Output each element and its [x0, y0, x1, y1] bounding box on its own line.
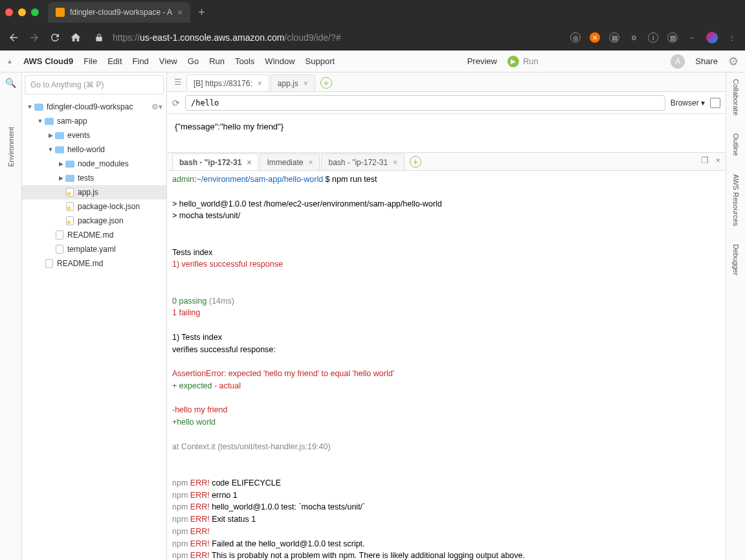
- folder-icon: [65, 175, 74, 182]
- aws-resources-panel[interactable]: AWS Resources: [732, 174, 740, 226]
- brand-menu[interactable]: AWS Cloud9: [23, 56, 73, 66]
- tree-row[interactable]: template.yaml: [22, 242, 166, 256]
- terminal-tab[interactable]: Immediate ×: [260, 153, 320, 170]
- folder-icon: [55, 132, 64, 139]
- tree-row[interactable]: package.json: [22, 214, 166, 228]
- file-icon: [66, 188, 74, 197]
- environment-panel-label[interactable]: Environment: [7, 127, 15, 167]
- folder-icon: [65, 161, 74, 168]
- tree-row[interactable]: package-lock.json: [22, 199, 166, 214]
- terminal-output[interactable]: admin:~/environment/sam-app/hello-world …: [167, 171, 726, 560]
- address-bar[interactable]: https://us-east-1.console.aws.amazon.com…: [113, 32, 561, 43]
- preview-button[interactable]: Preview: [467, 56, 497, 66]
- home-icon[interactable]: [70, 32, 82, 43]
- tab-list-icon[interactable]: ☰: [172, 73, 184, 90]
- tree-row[interactable]: README.md: [22, 256, 166, 271]
- goto-anything-input[interactable]: Go to Anything (⌘ P): [25, 75, 164, 95]
- tree-item-label: sam-app: [57, 117, 87, 126]
- outline-panel[interactable]: Outline: [732, 133, 740, 156]
- tree-item-label: package.json: [78, 216, 124, 225]
- right-rail: Collaborate Outline AWS Resources Debugg…: [726, 73, 745, 560]
- restore-panel-icon[interactable]: ❐: [701, 155, 709, 165]
- new-tab-button[interactable]: +: [198, 6, 205, 19]
- tree-item-label: tests: [78, 174, 94, 183]
- menu-toggle-icon[interactable]: ▲: [6, 58, 13, 65]
- reload-icon[interactable]: [49, 32, 61, 43]
- search-icon[interactable]: 🔍: [5, 78, 16, 88]
- tree-root-row[interactable]: ▼ fdingler-cloud9-workspac ⚙▾: [22, 100, 166, 114]
- terminal-tab-bar: bash - "ip-172-31 × Immediate × bash - "…: [167, 153, 726, 171]
- menu-find[interactable]: Find: [133, 56, 149, 66]
- user-avatar[interactable]: A: [671, 54, 685, 69]
- preview-url-input[interactable]: [185, 95, 665, 111]
- extension-icons: ◎ ✕ ▤ ⚙ i ▧ ⌣ ⋮: [570, 32, 737, 43]
- editor-tab[interactable]: [B] https://83176: ×: [186, 74, 269, 91]
- menu-icon[interactable]: ⋮: [727, 32, 737, 43]
- close-tab-icon[interactable]: ×: [258, 79, 262, 88]
- twisty-icon[interactable]: ▶: [57, 175, 65, 181]
- close-tab-icon[interactable]: ×: [177, 7, 183, 17]
- browser-tab[interactable]: fdingler-cloud9-workspace - A ×: [48, 2, 190, 23]
- new-tab-icon[interactable]: +: [320, 77, 332, 89]
- editor-tab-bar: ☰ [B] https://83176: × app.js × +: [167, 73, 726, 92]
- minimize-window-icon[interactable]: [18, 8, 26, 16]
- tree-row[interactable]: ▼sam-app: [22, 114, 166, 128]
- ext-icon[interactable]: ⚙: [628, 32, 639, 43]
- twisty-icon[interactable]: ▼: [36, 118, 44, 124]
- close-tab-icon[interactable]: ×: [393, 158, 397, 167]
- tree-row[interactable]: ▶tests: [22, 171, 166, 185]
- terminal-tab[interactable]: bash - "ip-172-31 ×: [321, 153, 405, 170]
- settings-gear-icon[interactable]: ⚙: [728, 54, 739, 69]
- tree-item-label: events: [67, 131, 90, 140]
- twisty-icon[interactable]: ▶: [47, 132, 54, 139]
- twisty-icon[interactable]: ▶: [57, 161, 65, 167]
- collaborate-panel[interactable]: Collaborate: [732, 79, 740, 115]
- maximize-window-icon[interactable]: [31, 8, 39, 16]
- lock-icon: [95, 33, 104, 42]
- menu-go[interactable]: Go: [188, 56, 199, 66]
- terminal-tab[interactable]: bash - "ip-172-31 ×: [172, 153, 258, 170]
- forward-icon[interactable]: [28, 32, 40, 43]
- tree-row[interactable]: README.md: [22, 228, 166, 242]
- browser-select[interactable]: Browser ▾: [671, 98, 705, 107]
- close-tab-icon[interactable]: ×: [247, 158, 251, 167]
- share-button[interactable]: Share: [695, 56, 718, 66]
- close-panel-icon[interactable]: ×: [715, 155, 720, 165]
- new-terminal-icon[interactable]: +: [410, 156, 421, 168]
- window-controls[interactable]: [5, 8, 39, 16]
- close-tab-icon[interactable]: ×: [304, 79, 308, 88]
- menu-window[interactable]: Window: [265, 56, 295, 66]
- profile-avatar-icon[interactable]: [706, 32, 718, 43]
- debugger-panel[interactable]: Debugger: [732, 244, 740, 275]
- tree-row[interactable]: app.js: [22, 185, 166, 199]
- tree-item-label: README.md: [57, 259, 103, 268]
- twisty-icon[interactable]: ▼: [47, 146, 54, 153]
- ext-icon[interactable]: ◎: [570, 32, 581, 43]
- menu-view[interactable]: View: [159, 56, 177, 66]
- menu-support[interactable]: Support: [306, 56, 335, 66]
- aws-smile-icon[interactable]: ⌣: [687, 32, 697, 43]
- menu-edit[interactable]: Edit: [107, 56, 122, 66]
- popout-icon[interactable]: [710, 98, 720, 108]
- tree-settings-icon[interactable]: ⚙▾: [151, 102, 162, 111]
- tree-row[interactable]: ▶node_modules: [22, 157, 166, 171]
- preview-reload-icon[interactable]: ⟳: [172, 98, 180, 108]
- tab-title: fdingler-cloud9-workspace - A: [70, 8, 172, 17]
- menu-run[interactable]: Run: [209, 56, 225, 66]
- tree-row[interactable]: ▼hello-world: [22, 142, 166, 157]
- run-button[interactable]: ▶ Run: [507, 56, 539, 67]
- ext-icon[interactable]: ✕: [590, 32, 600, 43]
- ext-icon[interactable]: ▤: [609, 32, 619, 43]
- file-icon: [66, 202, 74, 211]
- menu-tools[interactable]: Tools: [235, 56, 254, 66]
- editor-tab[interactable]: app.js ×: [271, 74, 315, 91]
- menu-file[interactable]: File: [83, 56, 97, 66]
- tree-item-label: template.yaml: [67, 245, 116, 254]
- file-icon: [56, 230, 63, 240]
- tree-row[interactable]: ▶events: [22, 128, 166, 142]
- close-window-icon[interactable]: [5, 8, 13, 16]
- back-icon[interactable]: [8, 32, 19, 43]
- ext-icon[interactable]: i: [648, 32, 658, 43]
- close-tab-icon[interactable]: ×: [308, 158, 313, 167]
- ext-icon[interactable]: ▧: [667, 32, 678, 43]
